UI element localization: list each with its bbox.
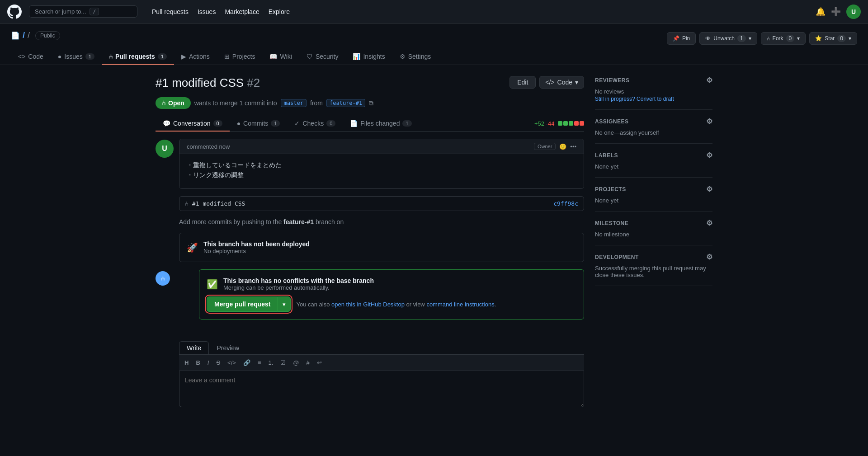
emoji-icon[interactable]: 🙂 [559,143,566,150]
comment-time: commented now [187,143,230,150]
reference-btn[interactable]: # [304,357,312,368]
tab-projects[interactable]: ⊞ Projects [217,49,263,65]
notification-bell-icon[interactable]: 🔔 [816,7,826,17]
comment-input[interactable] [179,371,584,407]
assignees-title: Assignees ⚙ [595,117,712,126]
cli-link[interactable]: command line instructions [426,301,494,308]
star-dropdown-icon: ▾ [849,35,851,42]
code-dropdown-button[interactable]: </> Code ▾ [539,76,584,89]
avatar[interactable]: U [846,5,861,19]
repo-owner[interactable]: / [23,31,25,40]
numbered-list-btn[interactable]: 1. [265,357,276,368]
tab-insights[interactable]: 📊 Insights [345,49,392,65]
fork-button[interactable]: ⑃ Fork 0 ▾ [761,32,806,45]
italic-btn[interactable]: I [205,357,212,368]
projects-icon: ⊞ [224,53,230,60]
separator: / [28,31,30,40]
code-btn[interactable]: </> [225,357,239,368]
base-branch[interactable]: master [281,99,307,107]
code-icon: <> [18,53,25,60]
convert-to-draft-link[interactable]: Still in progress? Convert to draft [595,96,674,102]
insights-icon: 📊 [353,53,360,60]
tab-security[interactable]: 🛡 Security [299,49,346,65]
mention-btn[interactable]: @ [290,357,302,368]
merge-dropdown-button[interactable]: ▾ [278,296,291,312]
strikethrough-btn[interactable]: S [213,357,223,368]
nav-issues[interactable]: Issues [194,5,219,18]
diff-bars [558,121,584,126]
tab-commits[interactable]: ● Commits 1 [230,116,288,132]
reviewers-title: Reviewers ⚙ [595,76,712,85]
github-desktop-link[interactable]: open this in GitHub Desktop [331,301,405,308]
more-icon[interactable]: ••• [570,143,576,150]
star-button[interactable]: ⭐ Star 0 ▾ [809,32,857,45]
pr-meta: ⑃ Open wants to merge 1 commit into mast… [156,97,584,109]
merge-box: ✅ This branch has no conflicts with the … [199,269,584,320]
tab-conversation[interactable]: 💬 Conversation 0 [156,116,230,132]
nav-pull-requests[interactable]: Pull requests [148,5,192,18]
reviewers-gear[interactable]: ⚙ [706,76,713,85]
pin-button[interactable]: 📌 Pin [667,32,696,45]
tab-settings[interactable]: ⚙ Settings [392,49,439,65]
breadcrumb-icon: 📄 [11,31,20,40]
task-list-btn[interactable]: ☑ [278,357,288,368]
write-tab[interactable]: Write [179,341,209,354]
main-content: #1 modified CSS #2 Edit </> Code ▾ ⑃ Ope… [145,65,723,419]
feature-branch-text: feature-#1 [283,218,314,226]
tab-pull-requests[interactable]: ⑃ Pull requests 1 [102,49,174,65]
link-btn[interactable]: 🔗 [241,357,253,368]
development-section: Development ⚙ Successfully merging this … [595,245,712,286]
merge-pull-request-button[interactable]: Merge pull request [207,296,278,312]
top-nav: Search or jump to... / Pull requests Iss… [0,0,868,24]
github-logo[interactable] [7,5,22,19]
pr-title-row: #1 modified CSS #2 Edit </> Code ▾ [156,76,584,90]
tab-issues[interactable]: ● Issues 1 [51,49,102,65]
tab-files-changed[interactable]: 📄 Files changed 1 [343,116,419,132]
repo-header: 📄 / / Public 📌 Pin 👁 Unwatch 1 ▾ ⑃ Fork … [0,24,868,65]
milestone-section: Milestone ⚙ No milestone [595,212,712,245]
projects-gear[interactable]: ⚙ [706,185,713,193]
search-placeholder: Search or jump to... [35,8,86,15]
eye-icon: 👁 [705,35,711,42]
milestone-gear[interactable]: ⚙ [706,219,713,227]
nav-explore[interactable]: Explore [265,5,293,18]
pr-content: #1 modified CSS #2 Edit </> Code ▾ ⑃ Ope… [156,76,584,409]
star-icon: ⭐ [815,35,822,42]
commit-hash[interactable]: c9ff98c [553,200,578,207]
diff-deletions: -44 [546,120,555,127]
tab-code[interactable]: <> Code [11,49,51,65]
plus-icon[interactable]: ➕ [831,7,841,17]
comment-header: commented now Owner 🙂 ••• [179,139,584,154]
head-branch[interactable]: feature-#1 [326,99,365,107]
unwatch-button[interactable]: 👁 Unwatch 1 ▾ [699,32,757,45]
tab-wiki[interactable]: 📖 Wiki [262,49,299,65]
code-chevron-icon: ▾ [575,79,578,86]
deploy-sub: No deployments [203,248,310,254]
nav-marketplace[interactable]: Marketplace [221,5,263,18]
preview-tab[interactable]: Preview [209,341,247,354]
heading-btn[interactable]: H [182,357,191,368]
bold-btn[interactable]: B [193,357,203,368]
copy-icon[interactable]: ⧉ [369,99,373,107]
bullet-list-btn[interactable]: ≡ [255,357,264,368]
tab-checks[interactable]: ✓ Checks 0 [287,116,343,132]
undo-btn[interactable]: ↩ [314,357,325,368]
write-toolbar: H B I S </> 🔗 ≡ 1. ☑ @ # ↩ [179,355,584,371]
issues-icon: ● [58,53,61,60]
search-box[interactable]: Search or jump to... / [29,5,137,18]
labels-gear[interactable]: ⚙ [706,151,713,160]
conversation-icon: 💬 [163,120,170,127]
actions-icon: ▶ [181,53,186,60]
commits-icon: ● [237,120,241,127]
labels-title: Labels ⚙ [595,151,712,160]
development-gear[interactable]: ⚙ [706,253,713,261]
projects-title: Projects ⚙ [595,185,712,193]
owner-badge: Owner [534,143,556,150]
tab-actions[interactable]: ▶ Actions [174,49,217,65]
diff-bar-3 [569,121,573,126]
code-bracket-icon: </> [545,79,554,86]
edit-button[interactable]: Edit [509,76,536,89]
top-nav-right: 🔔 ➕ U [816,5,861,19]
breadcrumb: 📄 / / Public [11,31,60,40]
assignees-gear[interactable]: ⚙ [706,117,713,126]
